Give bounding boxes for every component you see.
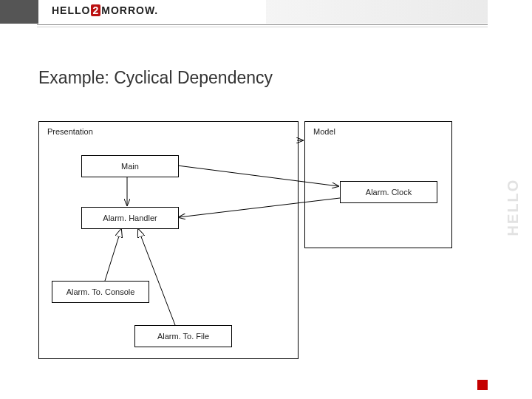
slide-title: Example: Cyclical Dependency <box>38 68 273 88</box>
diagram: Presentation Model Main Alarm. Handler A… <box>38 111 452 377</box>
brand-suffix: . <box>154 4 158 16</box>
header-subrule <box>37 27 488 27</box>
svg-line-4 <box>138 229 175 325</box>
watermark-logo: HELLO <box>502 66 525 347</box>
svg-line-3 <box>105 229 121 281</box>
node-alarm-to-file: Alarm. To. File <box>134 325 232 347</box>
brand-mid: 2 <box>91 4 100 16</box>
header-accent <box>0 0 38 24</box>
brand-part1: HELLO <box>52 4 90 16</box>
node-alarm-handler: Alarm. Handler <box>81 207 179 229</box>
svg-line-2 <box>179 198 340 217</box>
brand-logo: HELLO2MORROW. <box>52 4 158 16</box>
svg-line-1 <box>177 166 338 186</box>
header: HELLO2MORROW. <box>0 0 532 30</box>
package-model-label: Model <box>313 127 335 136</box>
footer-accent <box>477 380 488 390</box>
package-presentation-label: Presentation <box>47 127 93 136</box>
diagram-arrows <box>38 111 452 377</box>
header-pattern <box>266 0 488 24</box>
node-main: Main <box>81 155 179 177</box>
brand-part2: MORROW <box>101 4 154 16</box>
header-rule <box>37 24 488 25</box>
node-alarm-clock: Alarm. Clock <box>340 181 437 203</box>
node-alarm-to-console: Alarm. To. Console <box>52 281 149 303</box>
